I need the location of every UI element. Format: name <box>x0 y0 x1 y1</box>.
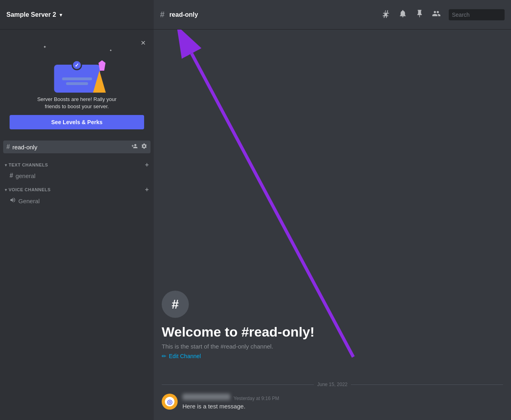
boost-illustration: ✓ ✦ ✦ <box>37 41 117 93</box>
boost-card-close[interactable]: ✕ <box>141 39 146 47</box>
channel-item-general-voice[interactable]: General <box>3 195 151 207</box>
server-name: Sample Server 2 <box>6 11 56 18</box>
bell-icon[interactable] <box>398 9 407 20</box>
voice-channel-speaker-icon <box>10 197 16 205</box>
channel-item-general[interactable]: # general <box>3 170 151 181</box>
general-channel-hash-icon: # <box>10 172 13 179</box>
voice-channel-general-name: General <box>18 198 40 204</box>
user-avatar: ◎ <box>162 394 178 410</box>
search-placeholder: Search <box>452 12 469 18</box>
text-channels-arrow-icon: ▾ <box>5 163 7 167</box>
message-username-blurred <box>182 394 230 400</box>
settings-gear-icon[interactable] <box>141 143 147 151</box>
message-header: Yesterday at 9:16 PM <box>182 394 503 401</box>
add-voice-channel-icon[interactable]: + <box>145 186 149 193</box>
active-channel-item[interactable]: # read-only <box>3 141 151 153</box>
voice-channels-arrow-icon: ▾ <box>5 188 7 192</box>
active-channel-hash-icon: # <box>6 143 10 151</box>
text-channels-section[interactable]: ▾ TEXT CHANNELS + <box>0 157 154 170</box>
chat-content: # Welcome to #read-only! This is the sta… <box>154 30 511 420</box>
edit-pencil-icon: ✏ <box>162 353 166 359</box>
add-text-channel-icon[interactable]: + <box>145 161 149 168</box>
add-member-icon[interactable] <box>131 143 138 151</box>
members-icon[interactable] <box>432 9 441 20</box>
date-divider-text: June 15, 2022 <box>317 382 347 387</box>
channel-header: # read-only Search <box>154 0 511 30</box>
channel-header-name: read-only <box>169 11 198 18</box>
boost-card: ✕ ✓ ✦ ✦ <box>5 36 149 134</box>
header-icons: Search <box>382 9 505 20</box>
general-channel-name: general <box>16 172 36 179</box>
welcome-channel-icon: # <box>162 291 189 318</box>
hashtag-icon[interactable] <box>382 9 390 20</box>
active-channel-name: read-only <box>12 144 129 151</box>
text-channels-label: TEXT CHANNELS <box>9 162 48 167</box>
channel-header-hash-icon: # <box>160 10 164 19</box>
welcome-subtitle: This is the start of the #read-only chan… <box>162 343 503 350</box>
date-divider: June 15, 2022 <box>162 382 503 387</box>
channel-action-icons <box>131 143 147 151</box>
server-header[interactable]: Sample Server 2 ▾ <box>0 0 154 30</box>
pin-icon[interactable] <box>415 9 424 20</box>
welcome-title: Welcome to #read-only! <box>162 324 503 340</box>
channel-welcome: # Welcome to #read-only! This is the sta… <box>162 291 503 367</box>
main-chat: # Welcome to #read-only! This is the sta… <box>154 30 511 420</box>
boost-button[interactable]: See Levels & Perks <box>10 115 144 129</box>
voice-channels-label: VOICE CHANNELS <box>9 187 51 192</box>
message-content: Yesterday at 9:16 PM Here is a test mess… <box>182 394 503 410</box>
edit-channel-label: Edit Channel <box>169 353 201 359</box>
edit-channel-link[interactable]: ✏ Edit Channel <box>162 353 503 359</box>
discord-logo-icon: ◎ <box>165 397 174 406</box>
voice-channels-section[interactable]: ▾ VOICE CHANNELS + <box>0 181 154 195</box>
search-box[interactable]: Search <box>449 9 505 20</box>
sidebar: ✕ ✓ ✦ ✦ <box>0 30 154 420</box>
message-timestamp: Yesterday at 9:16 PM <box>234 396 279 401</box>
server-dropdown-icon[interactable]: ▾ <box>59 12 62 18</box>
message-row: ◎ Yesterday at 9:16 PM Here is a test me… <box>162 394 503 417</box>
message-text: Here is a test message. <box>182 402 503 410</box>
boost-card-text: Server Boosts are here! Rally your frien… <box>37 96 117 110</box>
